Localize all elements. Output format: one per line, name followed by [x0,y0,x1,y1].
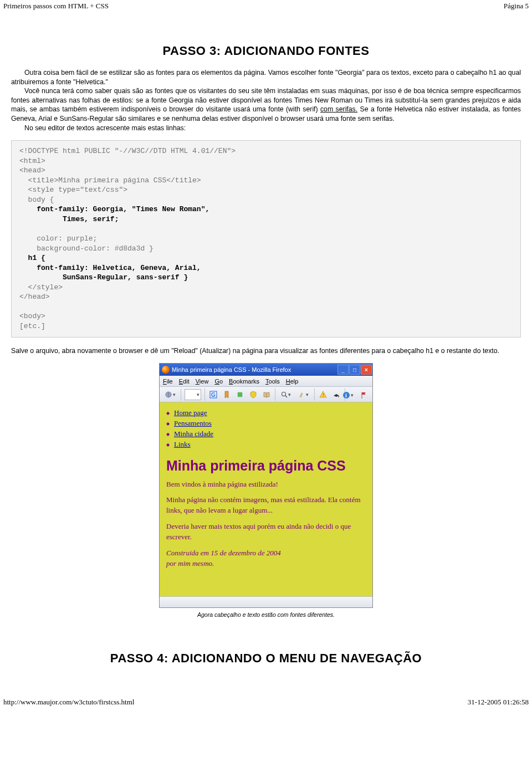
figure-caption: Agora cabeçalho e texto estão com fontes… [11,611,521,618]
menu-bookmarks[interactable]: Bookmarks [229,378,259,385]
page-number: Página 5 [504,2,529,11]
browser-page: Home page Pensamentos Minha cidade Links… [160,402,372,596]
menu-file[interactable]: File [163,378,173,385]
intro-paragraph: Outra coisa bem fácil de se estilizar sã… [11,68,521,86]
nav-link-home[interactable]: Home page [174,408,207,417]
info-icon[interactable]: i▾ [340,389,356,401]
serif-link[interactable]: com serifas. [320,105,357,113]
toolbar-main-button[interactable]: ▾ [162,388,178,401]
nav-item: Pensamentos [166,418,366,429]
instruction-text: No seu editor de textos acrescente mais … [24,124,186,132]
minimize-button[interactable]: _ [337,365,349,375]
page-h1: Minha primeira página CSS [166,458,366,474]
menu-go[interactable]: Go [214,378,223,385]
nav-list: Home page Pensamentos Minha cidade Links [166,408,366,449]
browser-title-text: Minha primeira página CSS - Mozilla Fire… [172,366,291,373]
page-header: Primeiros passos com HTML + CSS Página 5 [0,0,532,11]
firefox-icon [162,366,170,374]
menu-help[interactable]: Help [286,378,299,385]
warning-icon[interactable]: ! [317,388,329,401]
body-paragraph: Você nunca terá como saber quais são as … [11,86,521,123]
footer-url: http://www.maujor.com/w3ctuto/firstcss.h… [3,698,134,707]
search-icon[interactable]: ▾ [278,388,294,401]
page-signoff: Construida em 15 de dezembro de 2004 por… [166,548,366,569]
bookmark-icon[interactable] [221,388,233,401]
footer-timestamp: 31-12-2005 01:26:58 [468,698,529,707]
maximize-button[interactable]: □ [349,365,360,375]
section-3-heading: PASSO 3: ADICIONANDO FONTES [11,44,521,58]
section-4-heading: PASSO 4: ADICIONANDO O MENU DE NAVEGAÇÃO [11,651,521,666]
doc-title: Primeiros passos com HTML + CSS [3,2,109,11]
svg-text:!: ! [323,393,324,398]
browser-titlebar: Minha primeira página CSS - Mozilla Fire… [160,364,372,376]
browser-menubar: File Edit View Go Bookmarks Tools Help [160,376,372,387]
highlight-icon[interactable]: ▾ [295,388,312,401]
page-p2: Minha página não contém imagens, mas est… [166,495,366,516]
page-p3: Deveria haver mais textos aqui porém eu … [166,522,366,543]
page-footer: http://www.maujor.com/w3ctuto/firstcss.h… [0,676,532,709]
browser-statusbar [160,596,372,607]
nav-link-cidade[interactable]: Minha cidade [174,430,213,438]
svg-point-6 [240,394,243,397]
svg-text:G: G [211,392,216,398]
menu-edit[interactable]: Edit [179,378,190,385]
nav-link-pensamentos[interactable]: Pensamentos [174,419,212,427]
browser-toolbar: ▾ ▾ G ▾ ▾ ! i▾ [160,387,372,402]
nav-item: Home page [166,408,366,418]
url-field[interactable]: ▾ [185,389,201,400]
intro-text-a: Outra coisa bem fácil de se estilizar sã… [11,69,521,86]
instruction-paragraph: No seu editor de textos acrescente mais … [11,124,521,133]
after-code-paragraph: Salve o arquivo, abra novamente o browse… [11,346,521,356]
nav-item: Links [166,439,366,450]
window-controls: _ □ × [337,365,372,375]
page-p1: Bem vindos à minha página estilizada! [166,479,366,490]
flag-icon[interactable] [358,389,370,401]
nav-link-links[interactable]: Links [174,440,191,448]
menu-view[interactable]: View [196,378,209,385]
google-icon[interactable]: G [207,388,219,401]
shield-icon[interactable] [247,388,259,401]
svg-text:i: i [345,392,347,398]
close-button[interactable]: × [361,365,372,375]
clover-icon[interactable] [234,388,246,401]
svg-point-8 [282,392,286,396]
svg-line-9 [285,396,287,397]
book-icon[interactable] [260,388,273,401]
code-block: <!DOCTYPE html PUBLIC "-//W3C//DTD HTML … [11,140,521,337]
menu-tools[interactable]: Tools [265,378,280,385]
browser-window: Minha primeira página CSS - Mozilla Fire… [159,363,373,608]
nav-item: Minha cidade [166,429,366,439]
